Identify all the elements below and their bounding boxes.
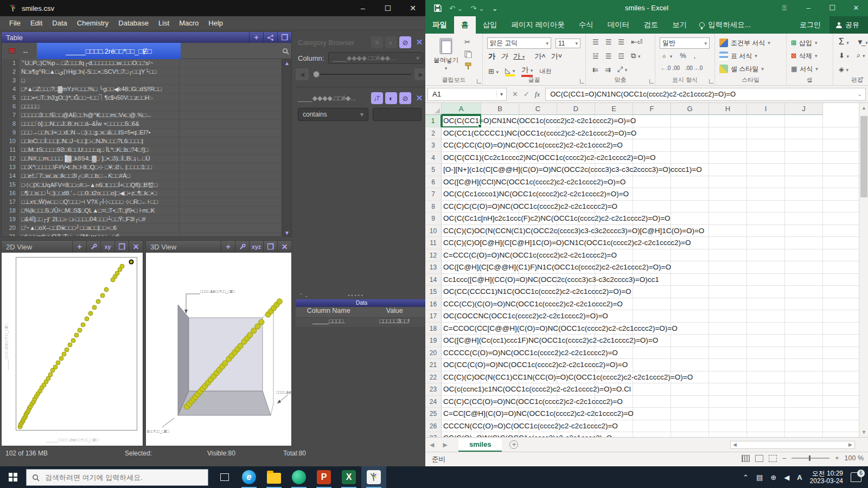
scatter-point[interactable] — [53, 364, 58, 369]
column-header-H[interactable]: H — [709, 103, 747, 115]
table-row[interactable]: 16□¶□□s□□└□)□□d8.'←□□0□t2o□□□o]□◀□÷z□¶□k… — [2, 189, 283, 198]
copy-icon[interactable] — [464, 50, 472, 58]
column-header-C[interactable]: C — [519, 103, 557, 115]
row-data-cell[interactable]: □□□→□□h□l+□□d□N→□)□□ʓ□x□&□□lS=5•q□El?• — [21, 129, 180, 137]
select-all-corner[interactable] — [425, 103, 442, 115]
scatter-point-3d[interactable] — [277, 299, 282, 304]
row-header-14[interactable]: 14 — [425, 274, 442, 286]
table-search-button[interactable] — [279, 43, 291, 59]
cell-A26[interactable]: CCCCN(CC(O)=O)C(OCC1c(cccc2)c2-c2c1cccc2… — [443, 420, 618, 433]
row-header-11[interactable]: 11 — [425, 237, 442, 249]
3d-axis-button[interactable]: xyz — [249, 241, 263, 253]
excel-row[interactable]: 7OC(C(Cc1ccco1)NC(OCC1c(cccc2)c2-c2c1ccc… — [425, 188, 859, 201]
task-view-button[interactable] — [213, 466, 237, 488]
row-data-cell[interactable]: □¶□□s□□└□)□□d8.'←□□0□t2o□□□o]□◀□÷z□¶□k□•… — [21, 189, 180, 197]
excel-row[interactable]: 18C=CCOC(CC[C@@H](C(O)=O)NC(OCC1c(cccc2)… — [425, 323, 859, 335]
excel-vertical-scrollbar[interactable]: ▲ ▼ — [859, 103, 868, 437]
excel-row[interactable]: 16CCC(CC)(C(O)=O)NC(OCC1c(cccc2)c2-c2c1c… — [425, 298, 859, 311]
cell-A6[interactable]: OC([C@H](CCl)NC(OCC1c(cccc2)c2-c2c1cccc2… — [443, 176, 626, 189]
row-header-6[interactable]: 6 — [425, 176, 442, 189]
filter-text-input[interactable] — [373, 108, 422, 121]
category-prev-button[interactable]: ◀ — [296, 68, 309, 80]
normal-view-icon[interactable] — [742, 455, 750, 462]
scroll-right-icon[interactable]: ▶ — [846, 441, 854, 448]
formula-input[interactable]: OC(C(CC1=O)CN1NC(OCC1c(cccc2)c2-c2c1cccc… — [545, 88, 866, 101]
taskbar-datawarrior[interactable] — [361, 466, 386, 488]
decrease-decimal-icon[interactable]: .00→.0 — [685, 65, 703, 71]
scroll-left-icon[interactable]: ◀ — [731, 441, 739, 448]
alignment-dialog-launcher[interactable] — [649, 79, 654, 84]
number-format-combo[interactable]: 일반▾ — [660, 37, 710, 49]
paste-button[interactable]: 붙여넣기▾ — [432, 37, 460, 74]
category-slider[interactable] — [312, 74, 411, 75]
ribbon-tab-3[interactable]: 페이지 레이아웃 — [505, 16, 572, 34]
add-view-button[interactable]: + — [249, 32, 263, 43]
wildcard-icon[interactable]: ✳ — [371, 36, 383, 48]
excel-row[interactable]: 5[O-][N+](c1c(C[C@@H](C(O)=O)NC(OCC2c(cc… — [425, 164, 859, 176]
invert-filter-icon[interactable]: ◐ — [385, 92, 397, 104]
row-data-cell[interactable]: □⊥xτ□Ŵ)w□□ □Q'□□□⊣ V?X┌Î⊹□□□□ ⊹□R□←⊦□□ — [21, 198, 180, 206]
row-header-25[interactable]: 25 — [425, 408, 442, 420]
excel-row[interactable]: 8CC(C)C(C(O)=O)NC(OCC1c(cccc2)c2-c2c1ccc… — [425, 201, 859, 213]
row-data-cell[interactable]: □ — [21, 76, 180, 85]
cell-A16[interactable]: CCC(CC)(C(O)=O)NC(OCC1c(cccc2)c2-c2c1ccc… — [443, 298, 623, 311]
excel-row[interactable]: 22CC(C)(C)OC(N(CC1)CC1N(CC(O)=O)C(OCC1c(… — [425, 371, 859, 384]
sort-filter-button[interactable]: ▼̲ ▾ — [857, 38, 868, 46]
maximize-view-button[interactable]: ❒ — [263, 241, 277, 253]
ribbon-tab-2[interactable]: 삽입 — [476, 16, 505, 34]
dw-smiles-column-header[interactable]: _____□□□□.2ré□□*□□_□Ɇ□ — [37, 43, 181, 59]
row-data-cell[interactable]: ⸌U□P□)C%p←□Z□□□fq┌d□□□□□□□w□□□O□□'s/~ — [21, 59, 180, 67]
ribbon-tab-5[interactable]: 데이터 — [601, 16, 637, 34]
dw-maximize-button[interactable]: ☐ — [375, 4, 400, 12]
table-row[interactable]: 2Ǹ□x¶g^R□▲□ي|'rHg□ŉ(-S□□•□SCV!□7□┌□□jY└□… — [2, 68, 283, 76]
column-header-F[interactable]: F — [633, 103, 671, 115]
cell-A13[interactable]: OC([C@H](C[C@@H](C1)F)N1C(OCC1c(cccc2)c2… — [443, 261, 671, 274]
align-top-icon[interactable]: ☰ — [592, 38, 599, 46]
align-right-icon[interactable]: ☲ — [618, 52, 624, 60]
bold-button[interactable]: 가 — [488, 52, 495, 61]
accounting-format-icon[interactable]: 🝔 ▾ — [661, 52, 672, 60]
cell-A24[interactable]: CC(C)C(CC(O)=O)NC(OCC1c(cccc2)c2-c2c1ccc… — [443, 396, 623, 408]
taskbar-whale-browser[interactable] — [286, 466, 311, 488]
excel-row[interactable]: 6OC([C@H](CCl)NC(OCC1c(cccc2)c2-c2c1cccc… — [425, 176, 859, 189]
dw-menu-chemistry[interactable]: Chemistry — [72, 17, 114, 29]
row-data-cell[interactable]: □□□□□ — [21, 102, 180, 111]
search-input[interactable] — [45, 473, 197, 481]
row-header-3[interactable]: 3 — [425, 139, 442, 152]
table-row[interactable]: 3□ — [2, 76, 283, 85]
scatter-point[interactable] — [92, 305, 97, 310]
cell-A20[interactable]: CCCCC(C(O)=O)NC(OCC1c(cccc2)c2-c2c1cccc2… — [443, 347, 618, 359]
table-row[interactable]: 13□□X^□□□□□\F#V•t□h□⊦8□Q□⊹ □¥□Ƨ∟|□□□□1□□ — [2, 163, 283, 172]
wrap-text-icon[interactable]: ⇤⏎ — [631, 38, 643, 46]
font-size-combo[interactable]: 11▾ — [556, 38, 580, 48]
insert-function-icon[interactable]: fx — [535, 90, 540, 99]
2d-scatter-plot[interactable] — [16, 257, 137, 431]
row-data-cell[interactable]: Ǹ□x¶g^R□▲□ي|'rHg□ŉ(-S□□•□SCV!□7□┌□□jY└□□ — [21, 68, 180, 76]
clear-button[interactable]: ◈ ▾ — [839, 65, 848, 73]
scatter-point[interactable] — [59, 356, 63, 361]
find-select-button[interactable]: ⌕ ▾ — [857, 51, 865, 60]
excel-row[interactable]: 17OC(COCCNC(OCC1c(cccc2)c2-c2c1cccc2)=O)… — [425, 310, 859, 323]
row-header-12[interactable]: 12 — [425, 249, 442, 262]
sheet-tab-smiles[interactable]: smiles — [458, 438, 502, 452]
format-as-table-button[interactable]: 표 서식▾ — [719, 50, 757, 62]
row-header-2[interactable]: 2 — [425, 127, 442, 140]
table-row[interactable]: 8□□□□`ò[□□N□□J□8□n□□á–&Îw +□□□□□5□6& — [2, 120, 283, 129]
row-header-24[interactable]: 24 — [425, 396, 442, 408]
cell-A4[interactable]: OC(C(CC1)(Cc2c1cccc2)NC(OCC1c(cccc2)c2-c… — [443, 152, 656, 164]
row-header-9[interactable]: 9 — [425, 213, 442, 225]
start-button[interactable] — [0, 466, 26, 488]
data-panel-splitter[interactable]: ⌃ ⌄ ••••• — [296, 293, 427, 299]
excel-row[interactable]: 20CCCCC(C(O)=O)NC(OCC1c(cccc2)c2-c2c1ccc… — [425, 347, 859, 359]
dw-minimize-button[interactable]: – — [350, 4, 375, 12]
row-data-cell[interactable]: □□□□□3□□!E□□@AE□□ŉ@^Ҝ□□□m□Vĸ□@.%□← — [21, 111, 180, 119]
merge-center-icon[interactable]: ⧉ ▾ — [631, 52, 640, 60]
excel-minimize-button[interactable]: – — [796, 0, 820, 16]
disable-filter-icon[interactable]: ⊘ — [399, 36, 411, 48]
scatter-point[interactable] — [104, 287, 109, 292]
cell-A23[interactable]: OC(c(ccnc1)c1NC(OCC1c(cccc2)c2-c2c1cccc2… — [443, 383, 631, 396]
insert-cells-button[interactable]: ⊞삽입▾ — [791, 37, 818, 49]
row-data-cell[interactable]: □%|k□□□5□/Û⊦□M□S$□QL▲□=□T•□T□jf9•□ ⊦m□K — [21, 207, 180, 215]
dw-menu-database[interactable]: Database — [113, 17, 154, 29]
row-header-15[interactable]: 15 — [425, 286, 442, 298]
